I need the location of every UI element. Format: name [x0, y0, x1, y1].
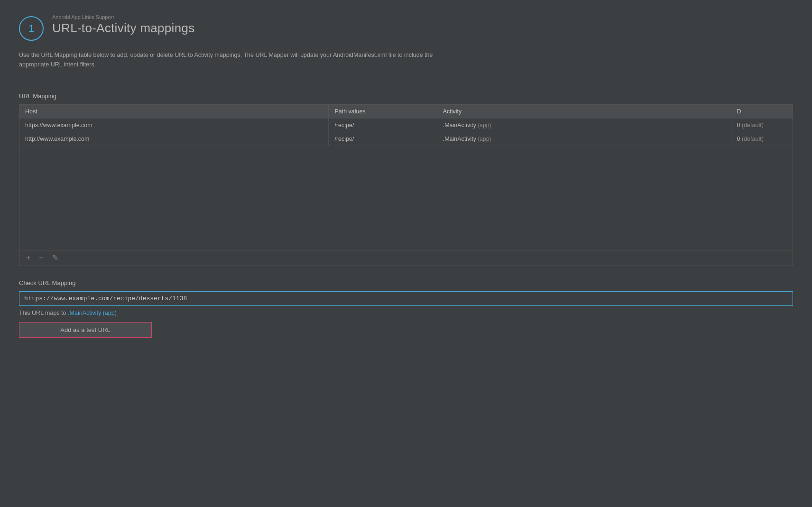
d-default-2: (default) [742, 136, 764, 142]
section-divider [19, 79, 793, 79]
url-mapping-section: URL Mapping Host Path values Activity D … [19, 92, 793, 266]
cell-host-1: https://www.example.com [19, 119, 329, 132]
step-circle: 1 [19, 16, 44, 41]
table-body: https://www.example.com /recipe/ .MainAc… [19, 119, 793, 250]
cell-activity-2: .MainActivity (app) [437, 132, 731, 146]
activity-name-2: .MainActivity [443, 136, 476, 142]
check-url-section: Check URL Mapping This URL maps to .Main… [19, 279, 793, 338]
header-section: 1 Android App Links Support URL-to-Activ… [19, 14, 793, 41]
cell-d-1: 0 (default) [731, 119, 793, 132]
edit-row-button[interactable]: ✎ [50, 253, 60, 263]
col-header-path: Path values [329, 105, 437, 119]
check-url-input[interactable] [19, 291, 793, 306]
table-toolbar: + − ✎ [19, 250, 793, 266]
add-test-url-button[interactable]: Add as a test URL [19, 322, 152, 338]
url-maps-to-text: This URL maps to .MainActivity (app) [19, 310, 793, 316]
table-row[interactable]: http://www.example.com /recipe/ .MainAct… [19, 132, 793, 146]
table-row[interactable]: https://www.example.com /recipe/ .MainAc… [19, 119, 793, 132]
url-mapping-title: URL Mapping [19, 92, 793, 100]
add-row-button[interactable]: + [24, 253, 32, 263]
d-value-1: 0 [737, 122, 740, 129]
d-default-1: (default) [742, 122, 764, 129]
remove-row-button[interactable]: − [37, 253, 45, 263]
header-title: URL-to-Activity mappings [52, 21, 195, 36]
cell-path-1: /recipe/ [329, 119, 437, 132]
header-subtitle: Android App Links Support [52, 14, 195, 20]
cell-host-2: http://www.example.com [19, 132, 329, 146]
maps-to-link[interactable]: .MainActivity (app) [68, 310, 117, 316]
activity-module-2: (app) [478, 136, 491, 142]
col-header-host: Host [19, 105, 329, 119]
maps-to-label: This URL maps to [19, 310, 66, 316]
description-text: Use the URL Mapping table below to add, … [19, 50, 446, 69]
activity-module-1: (app) [478, 122, 491, 129]
cell-activity-1: .MainActivity (app) [437, 119, 731, 132]
cell-d-2: 0 (default) [731, 132, 793, 146]
check-url-title: Check URL Mapping [19, 279, 793, 286]
activity-name-1: .MainActivity [443, 122, 476, 129]
url-mapping-table: Host Path values Activity D https://www.… [19, 104, 793, 250]
header-text-block: Android App Links Support URL-to-Activit… [52, 14, 195, 36]
page-container: 1 Android App Links Support URL-to-Activ… [0, 0, 812, 357]
col-header-activity: Activity [437, 105, 731, 119]
col-header-d: D [731, 105, 793, 119]
empty-cell [19, 146, 793, 250]
table-header-row: Host Path values Activity D [19, 105, 793, 119]
step-number: 1 [28, 22, 34, 35]
cell-path-2: /recipe/ [329, 132, 437, 146]
table-empty-area [19, 146, 793, 250]
d-value-2: 0 [737, 136, 740, 142]
table-header: Host Path values Activity D [19, 105, 793, 119]
